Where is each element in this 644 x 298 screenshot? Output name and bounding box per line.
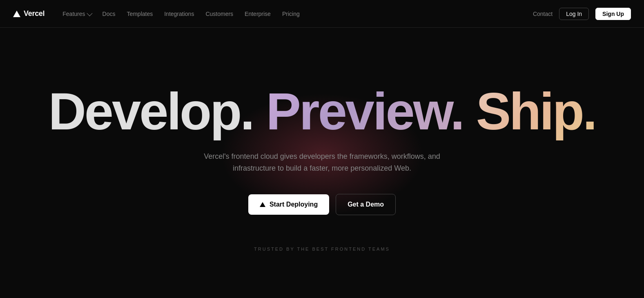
hero-title-ship: Ship. [476, 82, 596, 140]
hero-section: Develop. Preview. Ship. Vercel's fronten… [0, 28, 644, 265]
login-button[interactable]: Log In [559, 8, 589, 20]
nav-right: Contact Log In Sign Up [533, 8, 631, 20]
navbar: Vercel Features Docs Templates [0, 0, 644, 28]
nav-link-features[interactable]: Features [58, 7, 96, 20]
nav-link-pricing[interactable]: Pricing [277, 7, 305, 20]
hero-title-develop: Develop. [48, 82, 253, 140]
nav-item-templates: Templates [122, 7, 158, 20]
start-deploying-button[interactable]: Start Deploying [248, 194, 329, 215]
get-demo-button[interactable]: Get a Demo [336, 194, 396, 215]
nav-item-features: Features [58, 7, 96, 20]
hero-title: Develop. Preview. Ship. [48, 85, 595, 138]
trusted-label: TRUSTED BY THE BEST FRONTEND TEAMS [254, 247, 390, 251]
nav-item-pricing: Pricing [277, 7, 305, 20]
hero-subtitle: Vercel's frontend cloud gives developers… [192, 151, 453, 174]
nav-left: Vercel Features Docs Templates [13, 7, 305, 20]
nav-item-docs: Docs [98, 7, 120, 20]
nav-link-templates[interactable]: Templates [122, 7, 158, 20]
hero-title-preview: Preview. [266, 82, 463, 140]
nav-links: Features Docs Templates Integrations [58, 7, 304, 20]
nav-link-docs[interactable]: Docs [98, 7, 120, 20]
nav-item-enterprise: Enterprise [240, 7, 276, 20]
nav-link-customers[interactable]: Customers [201, 7, 238, 20]
hero-buttons: Start Deploying Get a Demo [248, 194, 396, 215]
logo-text: Vercel [24, 9, 45, 18]
signup-button[interactable]: Sign Up [595, 8, 631, 20]
nav-item-integrations: Integrations [159, 7, 199, 20]
nav-link-integrations[interactable]: Integrations [159, 7, 199, 20]
logo[interactable]: Vercel [13, 9, 45, 18]
nav-link-enterprise[interactable]: Enterprise [240, 7, 276, 20]
logo-triangle-icon [13, 11, 20, 17]
contact-link[interactable]: Contact [533, 11, 553, 17]
chevron-down-icon [87, 10, 92, 16]
deploy-triangle-icon [260, 202, 265, 207]
nav-item-customers: Customers [201, 7, 238, 20]
